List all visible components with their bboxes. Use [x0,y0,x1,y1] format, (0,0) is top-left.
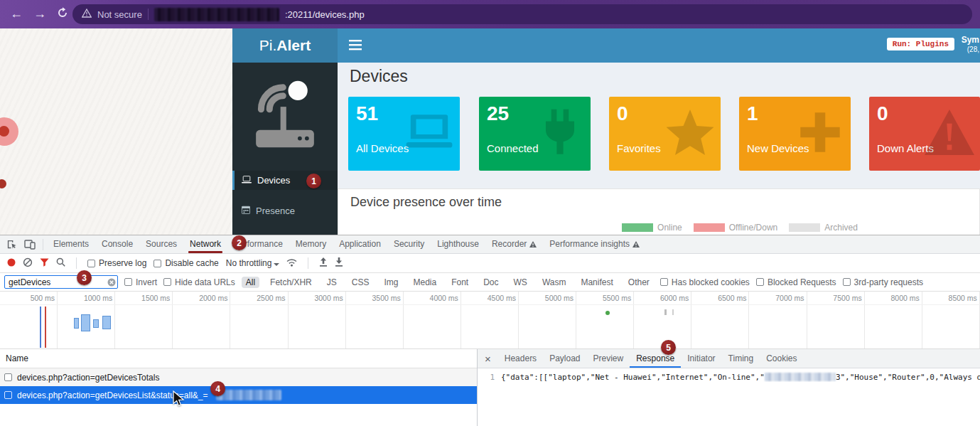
record-icon[interactable] [7,258,16,269]
checkbox[interactable] [756,278,764,286]
stat-card-favorites[interactable]: 0 Favorites [609,97,721,171]
back-icon[interactable]: ← [10,6,23,21]
devtools-panel: Elements Console Sources Network Perform… [0,235,980,426]
import-har-icon[interactable] [319,257,328,269]
export-har-icon[interactable] [335,257,343,269]
search-icon[interactable] [56,257,65,269]
checkbox[interactable] [87,260,95,267]
checkbox[interactable] [4,373,12,381]
inspect-element-icon[interactable] [0,239,21,250]
app-logo[interactable]: Pi.Alert [232,28,338,63]
legend-item-archived[interactable]: Archived [789,223,858,233]
clear-icon[interactable] [23,257,33,270]
divider [308,257,308,269]
checkbox[interactable] [660,278,668,286]
timeline-tick: 4000 ms [404,292,461,349]
brand-prefix: Pi. [259,37,277,54]
third-party-requests-checkbox[interactable]: 3rd-party requests [843,277,923,287]
forward-icon[interactable]: → [33,6,46,21]
tab-sources[interactable]: Sources [139,235,183,253]
legend-item-online[interactable]: Online [622,223,682,233]
run-plugins-button[interactable]: Run: Plugins [887,38,954,50]
filter-type-all[interactable]: All [242,277,259,288]
filter-type-doc[interactable]: Doc [479,277,502,288]
annotation-step-4: 4 [210,381,225,396]
legend-item-offline[interactable]: Offline/Down [694,223,777,233]
filter-type-manifest[interactable]: Manifest [576,277,617,288]
detail-tab-payload[interactable]: Payload [543,349,586,368]
detail-tab-initiator[interactable]: Initiator [681,349,721,368]
tab-lighthouse[interactable]: Lighthouse [431,235,485,253]
filter-type-js[interactable]: JS [323,277,341,288]
request-activity-bar [93,319,99,328]
request-row[interactable]: devices.php?action=getDevicesTotals [0,368,477,386]
checkbox[interactable] [154,260,161,267]
navbar-user[interactable]: Sym (28, [962,35,979,55]
filter-type-other[interactable]: Other [624,277,654,288]
checkbox[interactable] [163,278,171,286]
sidebar-toggle-icon[interactable] [349,40,362,53]
filter-type-fetch-xhr[interactable]: Fetch/XHR [266,277,316,288]
hide-data-urls-checkbox[interactable]: Hide data URLs [163,277,235,287]
stat-card-new-devices[interactable]: 1 New Devices [739,97,851,171]
response-body[interactable]: 1{"data":[["laptop","Net - Huawei","Inte… [478,368,980,382]
tab-security[interactable]: Security [387,235,431,253]
checkbox[interactable] [4,391,12,399]
detail-tab-preview[interactable]: Preview [587,349,630,368]
tab-recorder[interactable]: Recorder [485,235,543,253]
detail-tab-bar: × Headers Payload Preview Response Initi… [478,349,980,368]
experiment-warning-icon [529,241,537,247]
address-bar[interactable]: Not secure :20211/devices.php [72,4,972,24]
has-blocked-cookies-checkbox[interactable]: Has blocked cookies [660,277,750,287]
filter-input[interactable] [4,275,118,289]
network-overview-timeline[interactable]: 500 ms 1000 ms 1500 ms 2000 ms 2500 ms 3… [0,292,980,349]
filter-icon[interactable] [40,258,49,269]
filter-type-ws[interactable]: WS [510,277,532,288]
filter-type-font[interactable]: Font [447,277,473,288]
legend-label: Archived [824,223,858,233]
request-list-header[interactable]: Name [0,349,477,368]
not-secure-label: Not secure [97,9,142,20]
browser-toolbar: ← → Not secure :20211/devices.php [0,0,980,28]
tab-label: Recorder [492,235,527,253]
filter-type-media[interactable]: Media [409,277,441,288]
device-toolbar-icon[interactable] [21,239,39,250]
checkbox[interactable] [124,278,132,286]
blocked-requests-checkbox[interactable]: Blocked Requests [756,277,836,287]
checkbox[interactable] [843,278,851,286]
clear-filter-icon[interactable] [107,278,116,289]
reload-icon[interactable] [57,6,68,22]
request-list-pane: Name devices.php?action=getDevicesTotals… [0,349,478,426]
user-subtext: (28, [962,45,979,55]
detail-tab-cookies[interactable]: Cookies [760,349,803,368]
timeline-tick: 7000 ms [749,292,807,349]
filter-type-img[interactable]: Img [379,277,402,288]
stat-card-down-alerts[interactable]: 0 Down Alerts [869,97,980,171]
tab-elements[interactable]: Elements [47,235,95,253]
stat-card-connected[interactable]: 25 Connected [479,97,591,171]
laptop-icon [242,175,252,186]
disable-cache-checkbox[interactable]: Disable cache [154,258,218,268]
request-row-selected[interactable]: devices.php?action=getDevicesList&status… [0,386,477,404]
tab-network[interactable]: Network [183,235,227,253]
stat-card-all-devices[interactable]: 51 All Devices [348,97,460,171]
close-icon[interactable]: × [478,353,498,365]
response-json-after: 3","House","Router",0,"Always on" [836,373,980,382]
tab-performance-insights[interactable]: Performance insights [543,235,646,253]
legend-label: Online [657,223,682,233]
filter-type-css[interactable]: CSS [348,277,374,288]
throttling-select[interactable]: No throttling [226,258,280,269]
sidebar-item-devices[interactable]: Devices [232,171,338,190]
preserve-log-checkbox[interactable]: Preserve log [87,258,146,268]
sidebar-item-presence[interactable]: Presence [232,201,338,220]
tab-console[interactable]: Console [95,235,139,253]
network-conditions-icon[interactable] [286,258,297,269]
invert-checkbox[interactable]: Invert [124,277,157,287]
tab-memory[interactable]: Memory [289,235,333,253]
filter-type-wasm[interactable]: Wasm [538,277,571,288]
tab-application[interactable]: Application [333,235,387,253]
not-secure-warning-icon [82,9,92,20]
detail-tab-headers[interactable]: Headers [498,349,543,368]
detail-tab-timing[interactable]: Timing [722,349,760,368]
timeline-tick: 5000 ms [519,292,576,349]
